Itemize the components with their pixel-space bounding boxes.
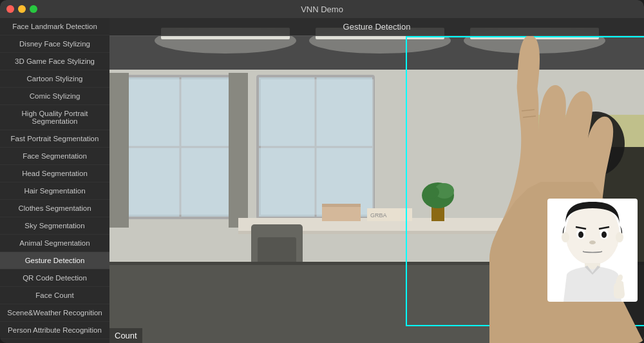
svg-rect-12	[126, 79, 238, 215]
svg-point-43	[616, 232, 623, 242]
main-layout: Face Landmark DetectionDisney Face Styli…	[0, 18, 644, 343]
sidebar-item-face-count[interactable]: Face Count	[0, 287, 109, 304]
svg-point-50	[589, 240, 596, 244]
svg-point-41	[565, 203, 620, 265]
sidebar-item-sky-seg[interactable]: Sky Segmentation	[0, 217, 109, 235]
sidebar-item-face-seg[interactable]: Face Segmentation	[0, 148, 109, 165]
maximize-button[interactable]	[30, 5, 37, 13]
svg-rect-13	[109, 73, 129, 228]
svg-rect-27	[322, 204, 361, 207]
sidebar-item-vlog-object[interactable]: Vlog Object Recognition	[0, 339, 109, 343]
sidebar-item-fast-portrait[interactable]: Fast Portrait Segmentation	[0, 130, 109, 148]
close-button[interactable]	[6, 5, 14, 13]
sidebar-item-scene-weather[interactable]: Scene&Weather Recognition	[0, 304, 109, 322]
svg-point-46	[578, 231, 583, 238]
window-title: VNN Demo	[301, 5, 343, 14]
sidebar: Face Landmark DetectionDisney Face Styli…	[0, 18, 109, 343]
window-controls	[0, 5, 37, 13]
svg-rect-14	[229, 73, 248, 228]
sidebar-item-3d-game-face[interactable]: 3D Game Face Stylizing	[0, 53, 109, 70]
sidebar-item-disney-face[interactable]: Disney Face Stylizing	[0, 35, 109, 53]
svg-rect-19	[261, 79, 374, 215]
cartoon-character	[547, 199, 638, 302]
svg-point-42	[562, 232, 569, 242]
svg-rect-26	[322, 205, 361, 221]
content-title-bar: Gesture Detection	[109, 18, 644, 36]
sidebar-item-clothes-seg[interactable]: Clothes Segmentation	[0, 200, 109, 217]
sidebar-item-face-landmark[interactable]: Face Landmark Detection	[0, 18, 109, 35]
sidebar-item-head-seg[interactable]: Head Segmentation	[0, 165, 109, 182]
sidebar-item-qr-code[interactable]: QR Code Detection	[0, 270, 109, 287]
sidebar-item-hair-seg[interactable]: Hair Segmentation	[0, 182, 109, 200]
minimize-button[interactable]	[18, 5, 26, 13]
sidebar-item-comic[interactable]: Comic Stylizing	[0, 88, 109, 105]
count-label: Count	[109, 328, 142, 343]
sidebar-item-animal-seg[interactable]: Animal Segmentation	[0, 235, 109, 252]
sidebar-item-person-attr[interactable]: Person Attribute Recognition	[0, 322, 109, 339]
content-area: Gesture Detection	[109, 18, 644, 343]
title-bar: VNN Demo	[0, 0, 644, 18]
sidebar-item-cartoon[interactable]: Cartoon Stylizing	[0, 70, 109, 88]
svg-point-47	[601, 231, 607, 238]
sidebar-item-hq-portrait[interactable]: High Quality Portrait Segmentation	[0, 105, 109, 130]
content-title-text: Gesture Detection	[343, 22, 411, 32]
sidebar-item-gesture[interactable]: Gesture Detection	[0, 252, 109, 270]
